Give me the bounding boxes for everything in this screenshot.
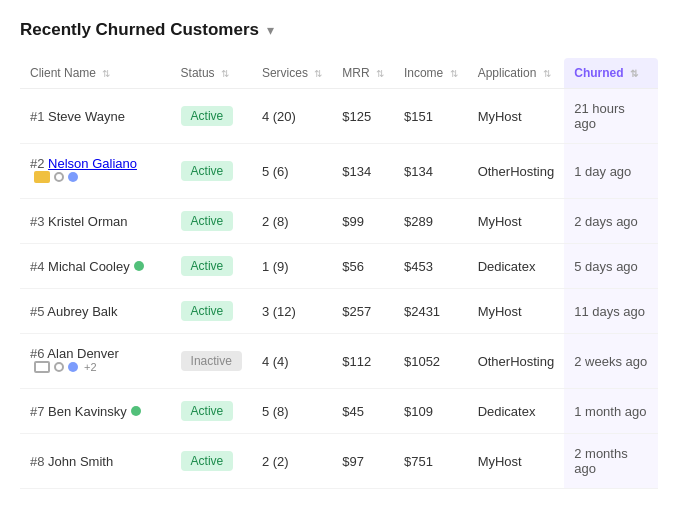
churned-cell: 1 month ago [564, 389, 658, 434]
income-cell: $751 [394, 434, 468, 489]
row-number: #3 [30, 214, 48, 229]
status-badge: Inactive [181, 351, 242, 371]
client-name-cell: #6 Alan Denver+2 [20, 334, 171, 389]
status-cell: Active [171, 89, 252, 144]
income-cell: $1052 [394, 334, 468, 389]
status-badge: Active [181, 211, 234, 231]
client-name-text: Ben Kavinsky [48, 404, 127, 419]
client-name-cell: #2 Nelson Galiano [20, 144, 171, 199]
circle-empty-icon [54, 172, 64, 182]
mrr-cell: $257 [332, 289, 394, 334]
table-row: #4 Michal CooleyActive1 (9)$56$453Dedica… [20, 244, 658, 289]
application-cell: OtherHosting [468, 144, 565, 199]
churned-cell: 2 weeks ago [564, 334, 658, 389]
message-icon [34, 171, 50, 183]
table-row: #2 Nelson GalianoActive5 (6)$134$134Othe… [20, 144, 658, 199]
client-name-text: Alan Denver [47, 346, 119, 361]
col-services[interactable]: Services ⇅ [252, 58, 332, 89]
income-cell: $151 [394, 89, 468, 144]
page-title: Recently Churned Customers [20, 20, 259, 40]
services-cell: 5 (6) [252, 144, 332, 199]
churned-cell: 1 day ago [564, 144, 658, 199]
mrr-cell: $125 [332, 89, 394, 144]
client-name-cell: #1 Steve Wayne [20, 89, 171, 144]
chevron-down-icon[interactable]: ▾ [267, 22, 274, 38]
application-cell: MyHost [468, 289, 565, 334]
application-cell: MyHost [468, 434, 565, 489]
services-cell: 4 (4) [252, 334, 332, 389]
services-cell: 2 (2) [252, 434, 332, 489]
application-cell: MyHost [468, 89, 565, 144]
status-badge: Active [181, 401, 234, 421]
status-badge: Active [181, 161, 234, 181]
client-name-text: John Smith [48, 454, 113, 469]
income-cell: $289 [394, 199, 468, 244]
sort-icon: ⇅ [543, 68, 551, 79]
table-row: #6 Alan Denver+2Inactive4 (4)$112$1052Ot… [20, 334, 658, 389]
col-churned[interactable]: Churned ⇅ [564, 58, 658, 89]
churned-cell: 2 months ago [564, 434, 658, 489]
circle-green-icon [134, 261, 144, 271]
status-badge: Active [181, 301, 234, 321]
circle-green-icon [131, 406, 141, 416]
application-cell: MyHost [468, 199, 565, 244]
income-cell: $453 [394, 244, 468, 289]
row-number: #7 [30, 404, 48, 419]
row-number: #8 [30, 454, 48, 469]
mrr-cell: $56 [332, 244, 394, 289]
application-cell: OtherHosting [468, 334, 565, 389]
client-name-cell: #4 Michal Cooley [20, 244, 171, 289]
circle-empty-icon [54, 362, 64, 372]
client-name-text: Kristel Orman [48, 214, 127, 229]
application-cell: Dedicatex [468, 244, 565, 289]
mrr-cell: $112 [332, 334, 394, 389]
services-cell: 1 (9) [252, 244, 332, 289]
table-row: #8 John SmithActive2 (2)$97$751MyHost2 m… [20, 434, 658, 489]
customers-table: Client Name ⇅ Status ⇅ Services ⇅ MRR ⇅ … [20, 58, 658, 489]
status-badge: Active [181, 106, 234, 126]
client-name-text: Michal Cooley [48, 259, 130, 274]
row-number: #6 [30, 346, 47, 361]
col-client-name[interactable]: Client Name ⇅ [20, 58, 171, 89]
page-header: Recently Churned Customers ▾ [20, 20, 658, 40]
sort-icon: ⇅ [102, 68, 110, 79]
circle-blue-icon [68, 172, 78, 182]
mrr-cell: $45 [332, 389, 394, 434]
client-name-cell: #7 Ben Kavinsky [20, 389, 171, 434]
services-cell: 5 (8) [252, 389, 332, 434]
client-name-cell: #8 John Smith [20, 434, 171, 489]
client-icons [134, 261, 144, 271]
plus-count: +2 [84, 361, 97, 373]
status-badge: Active [181, 451, 234, 471]
client-name-link[interactable]: Nelson Galiano [48, 156, 137, 171]
churned-cell: 11 days ago [564, 289, 658, 334]
status-cell: Active [171, 289, 252, 334]
message-outline-icon [34, 361, 50, 373]
client-name-text: Aubrey Balk [47, 304, 117, 319]
application-cell: Dedicatex [468, 389, 565, 434]
income-cell: $134 [394, 144, 468, 199]
sort-icon: ⇅ [221, 68, 229, 79]
table-row: #5 Aubrey BalkActive3 (12)$257$2431MyHos… [20, 289, 658, 334]
col-income[interactable]: Income ⇅ [394, 58, 468, 89]
col-status[interactable]: Status ⇅ [171, 58, 252, 89]
mrr-cell: $99 [332, 199, 394, 244]
table-row: #7 Ben KavinskyActive5 (8)$45$109Dedicat… [20, 389, 658, 434]
client-icons: +2 [34, 361, 97, 373]
mrr-cell: $97 [332, 434, 394, 489]
services-cell: 2 (8) [252, 199, 332, 244]
client-name-cell: #5 Aubrey Balk [20, 289, 171, 334]
client-icons [34, 171, 78, 183]
churned-cell: 2 days ago [564, 199, 658, 244]
status-badge: Active [181, 256, 234, 276]
row-number: #4 [30, 259, 48, 274]
services-cell: 4 (20) [252, 89, 332, 144]
churned-cell: 5 days ago [564, 244, 658, 289]
income-cell: $109 [394, 389, 468, 434]
client-name-cell: #3 Kristel Orman [20, 199, 171, 244]
col-mrr[interactable]: MRR ⇅ [332, 58, 394, 89]
row-number: #2 [30, 156, 48, 171]
sort-icon: ⇅ [376, 68, 384, 79]
col-application[interactable]: Application ⇅ [468, 58, 565, 89]
sort-icon: ⇅ [450, 68, 458, 79]
